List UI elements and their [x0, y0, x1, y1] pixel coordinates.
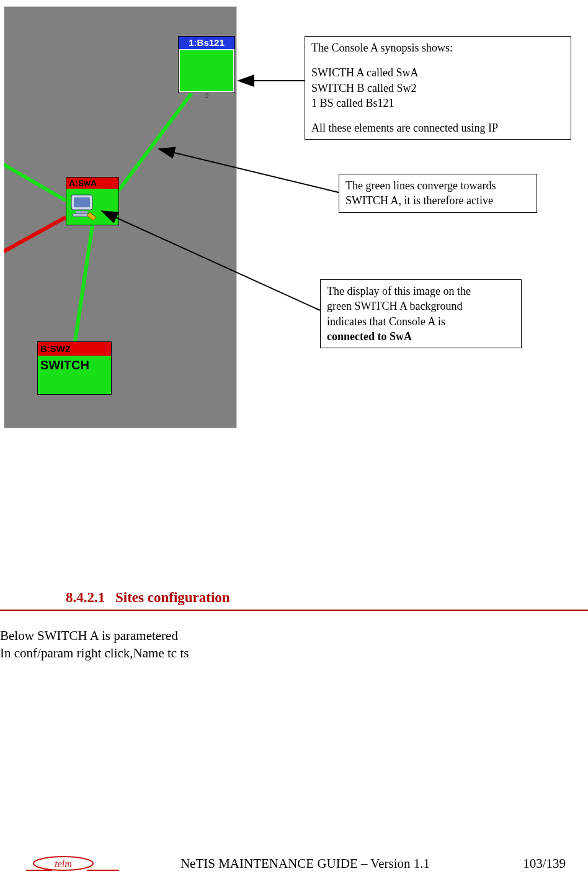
computer-connected-icon: [69, 191, 101, 222]
callout-text: The green lines converge towards: [345, 178, 530, 193]
callout-text: SWITCH A, it is therefore active: [345, 193, 530, 208]
callout-text: connected to SwA: [327, 329, 515, 344]
node-bs121-title: 1:Bs121: [179, 37, 234, 49]
node-switch-a: A:SwA: [66, 177, 119, 225]
logo-text: telm: [55, 858, 72, 869]
footer-page-number: 103/139: [491, 856, 566, 872]
svg-rect-6: [76, 211, 87, 214]
footer-doc-title: NeTIS MAINTENANCE GUIDE – Version 1.1: [119, 856, 491, 872]
node-bs121-body: [180, 50, 233, 91]
body-text: Below SWITCH A is parametered In conf/pa…: [0, 627, 558, 662]
section-heading: 8.4.2.1 Sites configuration: [0, 590, 588, 611]
node-switch-b: B:SW2 SWITCH: [37, 341, 112, 395]
node-bs121: 1:Bs121 0: [178, 36, 235, 93]
callout-text: SWITCH B called Sw2: [311, 81, 564, 96]
node-switch-a-title: A:SwA: [66, 178, 118, 189]
callout-converge: The green lines converge towards SWITCH …: [339, 174, 537, 213]
svg-rect-5: [74, 197, 90, 207]
callout-text: All these elements are connected using I…: [311, 120, 564, 135]
callout-image-indicator: The display of this image on the green S…: [320, 279, 522, 348]
figure-area: 1:Bs121 0 A:SwA B:SW2 SWITCH: [4, 6, 584, 441]
callout-text: 1 BS called Bs121: [311, 96, 564, 110]
callout-text: The Console A synopsis shows:: [311, 40, 564, 55]
callout-text: green SWITCH A background: [327, 299, 515, 313]
node-switch-b-body: SWITCH: [38, 356, 111, 394]
node-switch-b-label: SWITCH: [40, 358, 89, 372]
node-switch-a-body: [66, 189, 118, 225]
node-bs121-footer: 0: [179, 92, 234, 101]
page-footer: telm NeTIS MAINTENANCE GUIDE – Version 1…: [26, 849, 566, 878]
body-line: Below SWITCH A is parametered: [0, 627, 558, 644]
callout-text: SWICTH A called SwA: [311, 65, 564, 80]
brand-logo: telm: [26, 852, 119, 875]
section-number: 8.4.2.1: [66, 590, 105, 605]
callout-text: indicates that Console A is: [327, 314, 515, 329]
body-line: In conf/param right click,Name tc ts: [0, 644, 558, 662]
callout-text: The display of this image on the: [327, 284, 515, 299]
callout-synopsis: The Console A synopsis shows: SWICTH A c…: [305, 36, 571, 140]
node-switch-b-title: B:SW2: [38, 342, 111, 356]
section-title: Sites configuration: [115, 590, 230, 605]
